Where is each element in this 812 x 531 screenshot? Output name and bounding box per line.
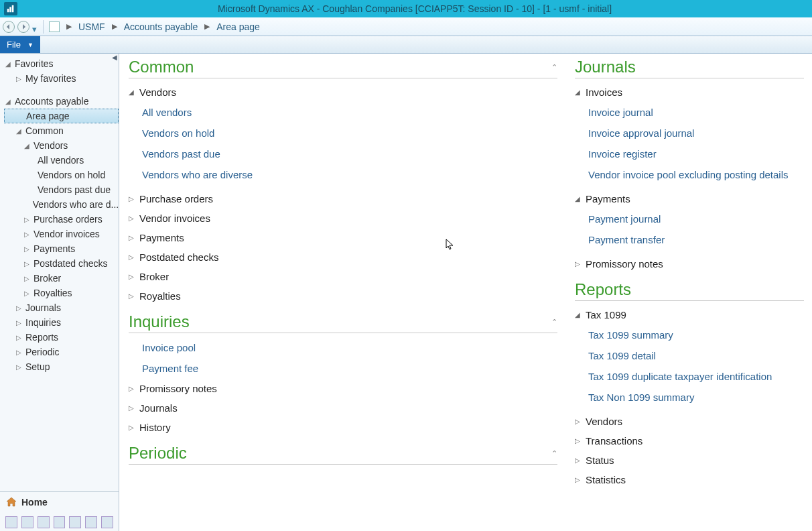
svg-rect-1: [9, 7, 11, 12]
tree-postdated-checks[interactable]: ▷Postdated checks: [4, 256, 119, 271]
tree-common[interactable]: ◢Common: [4, 123, 119, 138]
module-icon[interactable]: [54, 516, 66, 528]
file-menu-button[interactable]: File ▼: [0, 36, 40, 53]
link-tax-non-1099[interactable]: Tax Non 1099 summary: [575, 387, 804, 408]
tree-label: Vendor invoices: [33, 229, 100, 239]
module-icon[interactable]: [21, 516, 33, 528]
tree-label: Vendors who are d...: [33, 199, 119, 210]
tree-label: Purchase orders: [33, 214, 103, 225]
tree-vendors[interactable]: ◢Vendors: [4, 138, 119, 153]
group-header-invoices[interactable]: ◢Invoices: [575, 82, 804, 102]
tree-royalties[interactable]: ▷Royalties: [4, 286, 119, 300]
link-all-vendors[interactable]: All vendors: [129, 102, 557, 123]
group-r-status[interactable]: ▷Status: [575, 451, 804, 470]
tree-vendors-past-due[interactable]: ·Vendors past due: [4, 182, 119, 197]
collapse-icon[interactable]: ⌃: [551, 318, 557, 327]
ribbon: File ▼: [0, 36, 812, 54]
section-reports[interactable]: Reports: [575, 280, 804, 301]
link-tax1099-dup[interactable]: Tax 1099 duplicate taxpayer identificati…: [575, 366, 804, 387]
nav-bar: ▾ ▶ USMF ▶ Accounts payable ▶ Area page: [0, 17, 812, 36]
group-history[interactable]: ▷History: [129, 418, 557, 437]
tree-label: Broker: [33, 273, 61, 284]
link-invoice-register[interactable]: Invoice register: [575, 143, 804, 164]
breadcrumb-item[interactable]: Accounts payable: [124, 21, 198, 32]
nav-address-icon[interactable]: [49, 21, 60, 32]
tree-reports[interactable]: ▷Reports: [4, 330, 119, 345]
tree-journals[interactable]: ▷Journals: [4, 300, 119, 315]
module-icon[interactable]: [69, 516, 81, 528]
nav-history-dropdown[interactable]: ▾: [32, 24, 38, 30]
link-tax1099-detail[interactable]: Tax 1099 detail: [575, 345, 804, 366]
group-label: Vendors: [139, 86, 176, 98]
tree-area-page[interactable]: ·Area page: [4, 109, 119, 123]
nav-forward-button[interactable]: [17, 21, 29, 33]
tree-all-vendors[interactable]: ·All vendors: [4, 153, 119, 168]
tree-purchase-orders[interactable]: ▷Purchase orders: [4, 212, 119, 227]
group-label: Purchase orders: [139, 193, 213, 204]
breadcrumb-item[interactable]: USMF: [78, 21, 105, 32]
group-header-tax1099[interactable]: ◢Tax 1099: [575, 305, 804, 324]
module-icon[interactable]: [5, 516, 17, 528]
group-promissory-notes-j[interactable]: ▷Promissory notes: [575, 254, 804, 274]
link-payment-fee[interactable]: Payment fee: [129, 358, 557, 379]
tree-setup[interactable]: ▷Setup: [4, 359, 119, 374]
group-journals-inq[interactable]: ▷Journals: [129, 398, 557, 418]
tree-my-favorites[interactable]: ▷My favorites: [4, 71, 119, 86]
tree-broker[interactable]: ▷Broker: [4, 271, 119, 286]
section-common[interactable]: Common ⌃: [129, 58, 557, 78]
caret-down-icon: ▼: [27, 42, 33, 48]
link-tax1099-summary[interactable]: Tax 1099 summary: [575, 324, 804, 345]
module-icon[interactable]: [38, 516, 50, 528]
section-inquiries[interactable]: Inquiries ⌃: [129, 312, 557, 333]
home-button[interactable]: Home: [5, 496, 113, 508]
link-invoice-pool[interactable]: Invoice pool: [129, 337, 557, 358]
tree-label: My favorites: [25, 73, 76, 84]
collapse-icon[interactable]: ⌃: [551, 63, 557, 72]
link-payment-transfer[interactable]: Payment transfer: [575, 229, 804, 250]
group-payments[interactable]: ▷Payments: [129, 228, 557, 247]
group-r-vendors[interactable]: ▷Vendors: [575, 412, 804, 431]
collapse-icon[interactable]: ⌃: [551, 449, 557, 458]
tree-label: Area page: [26, 111, 70, 121]
module-icon[interactable]: [85, 516, 97, 528]
group-royalties[interactable]: ▷Royalties: [129, 286, 557, 306]
sidebar-collapse-icon[interactable]: ◀: [112, 54, 119, 60]
link-invoice-journal[interactable]: Invoice journal: [575, 102, 804, 123]
link-vendor-invoice-pool[interactable]: Vendor invoice pool excluding posting de…: [575, 164, 804, 185]
tree-label: Favorites: [15, 58, 54, 69]
group-label: Payments: [139, 232, 184, 243]
link-invoice-approval-journal[interactable]: Invoice approval journal: [575, 123, 804, 143]
group-broker[interactable]: ▷Broker: [129, 267, 557, 286]
section-journals[interactable]: Journals: [575, 58, 804, 78]
divider: [43, 20, 44, 34]
group-header-vendors[interactable]: ◢Vendors: [129, 82, 557, 102]
chevron-right-icon: ▶: [112, 22, 117, 31]
tree-vendor-invoices[interactable]: ▷Vendor invoices: [4, 227, 119, 241]
group-promissory-notes[interactable]: ▷Promissory notes: [129, 379, 557, 398]
tree-vendors-on-hold[interactable]: ·Vendors on hold: [4, 168, 119, 182]
group-header-payments-j[interactable]: ◢Payments: [575, 189, 804, 209]
tree-vendors-diverse[interactable]: ·Vendors who are d...: [4, 197, 119, 212]
group-purchase-orders[interactable]: ▷Purchase orders: [129, 189, 557, 209]
sidebar: ◀ ◢Favorites ▷My favorites ◢Accounts pay…: [0, 54, 119, 531]
module-icon[interactable]: [101, 516, 113, 528]
breadcrumb-item[interactable]: Area page: [216, 21, 260, 32]
nav-back-button[interactable]: [3, 21, 15, 33]
tree-inquiries[interactable]: ▷Inquiries: [4, 315, 119, 330]
group-postdated-checks[interactable]: ▷Postdated checks: [129, 247, 557, 267]
link-payment-journal[interactable]: Payment journal: [575, 209, 804, 229]
tree-favorites[interactable]: ◢Favorites: [4, 56, 119, 71]
group-vendor-invoices[interactable]: ▷Vendor invoices: [129, 209, 557, 228]
tree-payments[interactable]: ▷Payments: [4, 241, 119, 256]
tree-label: Periodic: [25, 347, 60, 357]
link-vendors-on-hold[interactable]: Vendors on hold: [129, 123, 557, 143]
tree-label: Common: [25, 125, 64, 136]
tree-accounts-payable[interactable]: ◢Accounts payable: [4, 94, 119, 109]
tree-periodic[interactable]: ▷Periodic: [4, 345, 119, 359]
section-periodic[interactable]: Periodic ⌃: [129, 444, 557, 465]
link-vendors-diverse[interactable]: Vendors who are diverse: [129, 164, 557, 185]
link-vendors-past-due[interactable]: Vendors past due: [129, 143, 557, 164]
group-r-transactions[interactable]: ▷Transactions: [575, 431, 804, 451]
tree-label: Inquiries: [25, 317, 61, 328]
group-r-statistics[interactable]: ▷Statistics: [575, 470, 804, 489]
